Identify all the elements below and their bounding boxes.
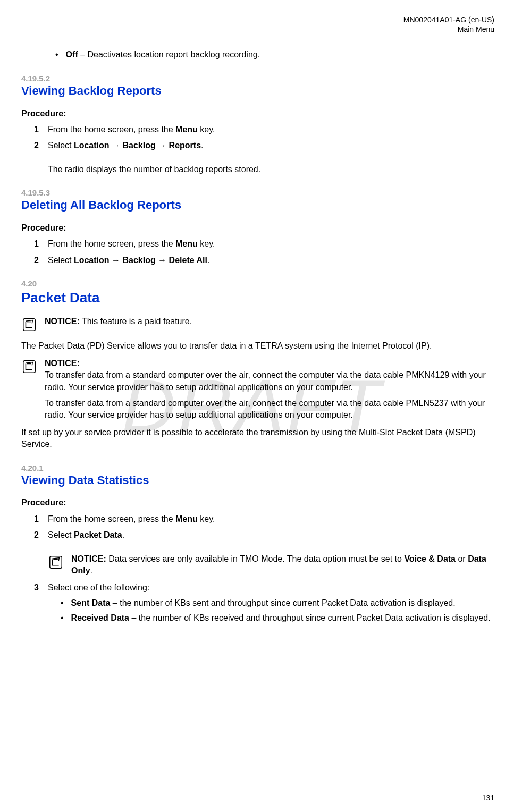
- notice-label: NOTICE:: [71, 554, 106, 563]
- step-text-b: Location → Backlog → Delete All: [74, 256, 207, 265]
- section-41952: 4.19.5.2 Viewing Backlog Reports Procedu…: [21, 73, 494, 175]
- notice-c: or: [456, 554, 468, 563]
- step-text-c: .: [122, 530, 124, 539]
- notice-text: NOTICE: Data services are only available…: [71, 553, 494, 577]
- bullet-icon: •: [61, 597, 64, 609]
- section-4201: 4.20.1 Viewing Data Statistics Procedure…: [21, 462, 494, 628]
- option-text: Received Data – the number of KBs receiv…: [71, 612, 491, 624]
- step-text: From the home screen, press the Menu key…: [48, 124, 494, 136]
- header-doc-id: MN002041A01-AG (en-US): [21, 15, 494, 24]
- procedure-label: Procedure:: [21, 222, 494, 234]
- notice-label: NOTICE:: [45, 359, 80, 368]
- section-number: 4.20.1: [21, 462, 494, 473]
- step-3-intro: Select one of the following:: [48, 582, 494, 594]
- step-2: Select Location → Backlog → Delete All.: [21, 255, 494, 266]
- option-text: Sent Data – the number of KBs sent and t…: [71, 597, 456, 609]
- step-text-a: From the home screen, press the: [48, 125, 175, 134]
- notice-paid-feature: NOTICE: This feature is a paid feature.: [21, 316, 494, 333]
- step-text: Select Packet Data.: [48, 529, 494, 541]
- notice-p1: To transfer data from a standard compute…: [45, 369, 494, 393]
- section-number: 4.19.5.3: [21, 187, 494, 198]
- step-text-b: Menu: [175, 125, 198, 134]
- procedure-steps-cont: Select one of the following: • Sent Data…: [21, 582, 494, 627]
- step-text-b: Packet Data: [74, 530, 122, 539]
- step-result: The radio displays the number of backlog…: [48, 164, 494, 175]
- notice-icon: [21, 359, 37, 375]
- step-text: From the home screen, press the Menu key…: [48, 238, 494, 250]
- step-1: From the home screen, press the Menu key…: [21, 513, 494, 525]
- notice-content: This feature is a paid feature.: [80, 317, 192, 326]
- step-text-b: Location → Backlog → Reports: [74, 141, 201, 150]
- notice-text: NOTICE: To transfer data from a standard…: [45, 358, 494, 393]
- step-text-a: Select: [48, 141, 74, 150]
- page-content: MN002041A01-AG (en-US) Main Menu • Off –…: [0, 0, 505, 650]
- step-1: From the home screen, press the Menu key…: [21, 238, 494, 250]
- intro-bullet-off: • Off – Deactivates location report back…: [55, 49, 494, 61]
- step-text-a: From the home screen, press the: [48, 514, 175, 523]
- section-41953: 4.19.5.3 Deleting All Backlog Reports Pr…: [21, 187, 494, 266]
- step-1: From the home screen, press the Menu key…: [21, 124, 494, 136]
- page-number: 131: [482, 793, 494, 803]
- procedure-steps: From the home screen, press the Menu key…: [21, 238, 494, 266]
- step-text-a: From the home screen, press the: [48, 239, 175, 248]
- option-sent-data: • Sent Data – the number of KBs sent and…: [61, 597, 494, 609]
- intro-bullet-desc: – Deactivates location report backlog re…: [78, 50, 260, 59]
- step-text: Select Location → Backlog → Reports.: [48, 140, 494, 151]
- section-title: Viewing Data Statistics: [21, 472, 494, 489]
- step-3: Select one of the following: • Sent Data…: [21, 582, 494, 627]
- notice-text: NOTICE: This feature is a paid feature.: [45, 316, 494, 327]
- notice-data-cable: NOTICE: To transfer data from a standard…: [21, 358, 494, 393]
- option-received-data: • Received Data – the number of KBs rece…: [61, 612, 494, 624]
- step-text-c: key.: [198, 239, 215, 248]
- step-text-c: key.: [198, 514, 215, 523]
- intro-bullet-text: Off – Deactivates location report backlo…: [66, 49, 260, 61]
- notice-a: Data services are only available in TMO …: [106, 554, 405, 563]
- step-3-options: • Sent Data – the number of KBs sent and…: [48, 597, 494, 624]
- step-text-a: Select: [48, 256, 74, 265]
- step-text-c: .: [201, 141, 203, 150]
- step-text: From the home screen, press the Menu key…: [48, 513, 494, 525]
- page-header: MN002041A01-AG (en-US) Main Menu: [21, 15, 494, 34]
- procedure-steps: From the home screen, press the Menu key…: [21, 513, 494, 542]
- intro-bullet-term: Off: [66, 50, 78, 59]
- packet-data-intro: The Packet Data (PD) Service allows you …: [21, 340, 494, 352]
- notice-e: .: [90, 566, 92, 575]
- step-text: Select Location → Backlog → Delete All.: [48, 255, 494, 266]
- section-420: 4.20 Packet Data NOTICE: This feature is…: [21, 278, 494, 451]
- notice-icon: [21, 317, 37, 333]
- step-text-b: Menu: [175, 514, 198, 523]
- intro-bullet-list: • Off – Deactivates location report back…: [55, 49, 494, 61]
- notice-icon: [48, 554, 64, 570]
- section-title: Packet Data: [21, 288, 494, 307]
- step-2: Select Location → Backlog → Reports.: [21, 140, 494, 151]
- procedure-steps: From the home screen, press the Menu key…: [21, 124, 494, 152]
- option-term: Sent Data: [71, 598, 111, 607]
- step-text-c: key.: [198, 125, 215, 134]
- notice-b: Voice & Data: [404, 554, 456, 563]
- notice-p2: To transfer data from a standard compute…: [45, 397, 494, 421]
- section-number: 4.20: [21, 278, 494, 289]
- procedure-label: Procedure:: [21, 497, 494, 509]
- notice-label: NOTICE:: [45, 317, 80, 326]
- step-text-a: Select: [48, 530, 74, 539]
- section-title: Deleting All Backlog Reports: [21, 197, 494, 214]
- section-title: Viewing Backlog Reports: [21, 83, 494, 99]
- step-text: Select one of the following: • Sent Data…: [48, 582, 494, 627]
- option-desc: – the number of KBs received and through…: [129, 613, 491, 622]
- option-desc: – the number of KBs sent and throughput …: [110, 598, 455, 607]
- section-number: 4.19.5.2: [21, 73, 494, 84]
- procedure-label: Procedure:: [21, 108, 494, 120]
- step-2: Select Packet Data.: [21, 529, 494, 541]
- bullet-icon: •: [55, 49, 58, 61]
- notice-tmo-mode: NOTICE: Data services are only available…: [48, 553, 494, 577]
- step-text-c: .: [207, 256, 209, 265]
- mspd-para: If set up by your service provider it is…: [21, 427, 494, 451]
- header-section: Main Menu: [21, 24, 494, 34]
- option-term: Received Data: [71, 613, 129, 622]
- bullet-icon: •: [61, 612, 64, 624]
- step-text-b: Menu: [175, 239, 198, 248]
